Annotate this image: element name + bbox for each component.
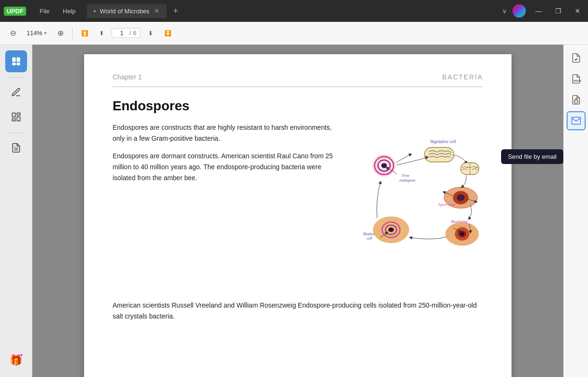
new-tab-button[interactable]: + xyxy=(171,5,181,17)
svg-rect-0 xyxy=(12,58,15,62)
section-title: Endospores xyxy=(113,98,341,114)
zoom-control[interactable]: 114% ▾ xyxy=(23,29,50,38)
zoom-in-icon: ⊕ xyxy=(57,29,64,38)
sidebar-convert-icon[interactable] xyxy=(5,137,27,159)
pdfa-button[interactable]: PDF/A xyxy=(567,69,586,88)
zoom-dropdown-icon: ▾ xyxy=(44,30,47,36)
sidebar-edit-icon[interactable] xyxy=(5,81,27,103)
sidebar-divider-2 xyxy=(8,133,25,133)
zoom-percent: 114% xyxy=(27,29,42,37)
tooltip-container: Send file by email xyxy=(501,149,563,164)
illustration-column: Vegetative cell Free xyxy=(355,98,483,290)
paragraph-2: Endospores are dormant constructs. Ameri… xyxy=(113,151,341,184)
menu-bar: File Help xyxy=(34,6,81,17)
content-area: Endospores Endospores are constructs tha… xyxy=(113,98,483,290)
svg-text:Free: Free xyxy=(402,174,410,178)
svg-rect-2 xyxy=(12,63,15,66)
menu-help[interactable]: Help xyxy=(57,6,81,17)
nav-last-button[interactable]: ⏬ xyxy=(161,26,175,40)
svg-point-33 xyxy=(388,228,394,232)
svg-text:Spore coat: Spore coat xyxy=(438,203,455,207)
close-button[interactable]: ✕ xyxy=(571,5,584,17)
svg-point-14 xyxy=(381,163,387,168)
tabs-dropdown-icon[interactable]: ∨ xyxy=(502,7,507,15)
svg-rect-5 xyxy=(17,113,19,116)
zoom-out-icon: ⊖ xyxy=(10,29,16,38)
protect-button[interactable] xyxy=(567,90,586,109)
svg-point-22 xyxy=(457,194,465,201)
user-avatar[interactable] xyxy=(512,4,526,18)
svg-text:PDF/A: PDF/A xyxy=(573,79,581,82)
main-layout: 🎁 Chapter 1 BACTERIA Endospores Endospor… xyxy=(0,45,588,377)
zoom-out-button[interactable]: ⊖ xyxy=(6,26,20,40)
right-panel: PDF/A Send file by email xyxy=(563,45,588,377)
gift-notification-dot xyxy=(19,353,23,357)
paragraph-1: Endospores are constructs that are highl… xyxy=(113,122,341,144)
bottom-text: American scientists Russell Vreeland and… xyxy=(113,300,483,322)
tab-world-of-microbes[interactable]: ▾ World of Microbes ✕ xyxy=(87,4,167,18)
svg-rect-4 xyxy=(12,113,15,117)
gift-icon-button[interactable]: 🎁 xyxy=(5,349,27,371)
convert-pdf-button[interactable] xyxy=(567,48,586,68)
svg-text:Vegetative cell: Vegetative cell xyxy=(430,139,456,144)
sidebar-bottom: 🎁 xyxy=(5,349,27,371)
svg-text:cell: cell xyxy=(367,236,373,241)
titlebar-right: ∨ — ❐ ✕ xyxy=(502,4,584,18)
zoom-in-button[interactable]: ⊕ xyxy=(53,26,67,40)
page-number-input[interactable]: 1 xyxy=(116,29,127,37)
titlebar: UPDF File Help ▾ World of Microbes ✕ + ∨… xyxy=(0,0,588,22)
toolbar: ⊖ 114% ▾ ⊕ ⏫ ⬆ 1 / 6 ⬇ ⏬ xyxy=(0,22,588,45)
text-column: Endospores Endospores are constructs tha… xyxy=(113,98,341,290)
nav-next-button[interactable]: ⬇ xyxy=(143,26,158,40)
sidebar-divider-1 xyxy=(8,77,25,77)
menu-file[interactable]: File xyxy=(34,6,55,17)
svg-text:Mother: Mother xyxy=(363,232,375,236)
svg-rect-7 xyxy=(12,119,15,121)
svg-text:endospore: endospore xyxy=(399,178,416,183)
svg-rect-1 xyxy=(16,58,19,62)
tab-dropdown-icon[interactable]: ▾ xyxy=(94,9,96,14)
svg-rect-17 xyxy=(425,147,454,162)
left-sidebar: 🎁 xyxy=(0,45,32,377)
chapter-label: Chapter 1 xyxy=(113,73,142,81)
page-total: 6 xyxy=(133,29,136,37)
sidebar-organize-icon[interactable] xyxy=(5,106,27,128)
tab-title: World of Microbes xyxy=(100,8,150,15)
maximize-button[interactable]: ❐ xyxy=(551,5,565,17)
svg-rect-3 xyxy=(16,63,19,66)
page-separator: / xyxy=(129,29,131,37)
tab-close-button[interactable]: ✕ xyxy=(153,7,160,15)
document-viewer[interactable]: Chapter 1 BACTERIA Endospores Endospores… xyxy=(32,45,563,377)
svg-point-29 xyxy=(460,232,464,236)
tab-area: ▾ World of Microbes ✕ + xyxy=(87,4,502,18)
document-page: Chapter 1 BACTERIA Endospores Endospores… xyxy=(84,54,512,377)
paragraph-3: American scientists Russell Vreeland and… xyxy=(113,300,483,322)
endospore-illustration: Vegetative cell Free xyxy=(355,98,483,289)
svg-rect-6 xyxy=(17,117,19,121)
nav-prev-button[interactable]: ⬆ xyxy=(95,26,109,40)
sidebar-reader-icon[interactable] xyxy=(5,50,27,72)
svg-rect-37 xyxy=(574,100,578,103)
page-header: Chapter 1 BACTERIA xyxy=(113,73,483,87)
tooltip-text: Send file by email xyxy=(501,149,563,164)
page-indicator: 1 / 6 xyxy=(112,28,141,38)
bacteria-label: BACTERIA xyxy=(442,73,483,81)
nav-first-button[interactable]: ⏫ xyxy=(77,26,92,40)
app-logo: UPDF xyxy=(4,7,26,16)
email-button[interactable] xyxy=(567,111,586,130)
toolbar-divider-1 xyxy=(72,28,73,39)
minimize-button[interactable]: — xyxy=(531,5,546,17)
